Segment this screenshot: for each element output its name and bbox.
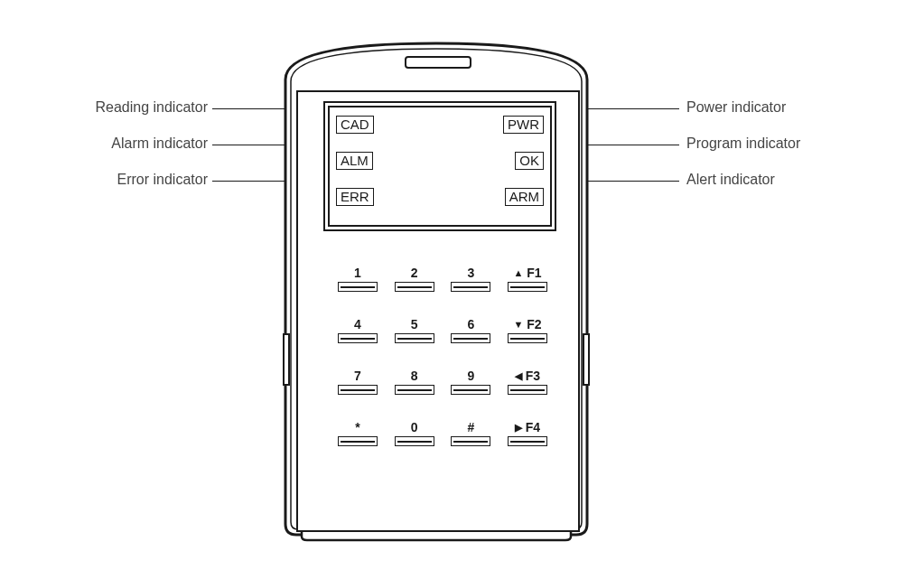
svg-rect-0 [284, 334, 289, 385]
key-button[interactable] [508, 333, 547, 343]
indicator-alm: ALM [336, 152, 373, 170]
key-label: ◀ F3 [515, 369, 540, 383]
key-f1[interactable]: ▲ F1 [508, 266, 547, 292]
key-label: * [355, 420, 359, 434]
screen: CAD ALM ERR PWR OK ARM [334, 112, 546, 220]
key-9[interactable]: 9 [451, 369, 490, 395]
key-button[interactable] [338, 333, 378, 343]
key-button[interactable] [395, 282, 434, 292]
key-8[interactable]: 8 [395, 369, 434, 395]
key-button[interactable] [451, 282, 490, 292]
keypad: 123▲ F1456▼ F2789◀ F3*0#▶ F4 [338, 266, 547, 472]
key-7[interactable]: 7 [338, 369, 378, 395]
callout-error-indicator: Error indicator [81, 172, 208, 188]
callout-reading-indicator: Reading indicator [81, 99, 208, 116]
key-button[interactable] [338, 385, 378, 395]
key-label: 1 [354, 266, 361, 280]
callout-program-indicator: Program indicator [686, 135, 800, 152]
key-button[interactable] [451, 385, 490, 395]
key-button[interactable] [508, 385, 547, 395]
key-*[interactable]: * [338, 420, 378, 446]
key-label: 8 [411, 369, 418, 383]
key-4[interactable]: 4 [338, 317, 378, 343]
key-label: 3 [467, 266, 474, 280]
key-button[interactable] [451, 436, 490, 446]
key-label: 2 [411, 266, 418, 280]
arrow-icon: ▲ [513, 266, 523, 280]
key-label: 0 [411, 420, 418, 434]
callout-power-indicator: Power indicator [686, 99, 786, 116]
key-6[interactable]: 6 [451, 317, 490, 343]
inner-panel: CAD ALM ERR PWR OK ARM 123▲ F1456▼ F2789… [296, 90, 580, 532]
key-label: ▶ F4 [515, 420, 540, 434]
callout-alarm-indicator: Alarm indicator [81, 135, 208, 152]
key-f4[interactable]: ▶ F4 [508, 420, 547, 446]
key-button[interactable] [508, 436, 547, 446]
arrow-icon: ◀ [515, 369, 522, 383]
key-5[interactable]: 5 [395, 317, 434, 343]
key-button[interactable] [395, 385, 434, 395]
key-2[interactable]: 2 [395, 266, 434, 292]
key-label: 5 [411, 317, 418, 332]
indicator-ok: OK [515, 152, 544, 170]
key-f2[interactable]: ▼ F2 [508, 317, 547, 343]
speaker-slot [405, 56, 471, 69]
key-button[interactable] [451, 333, 490, 343]
key-button[interactable] [395, 436, 434, 446]
key-button[interactable] [338, 436, 378, 446]
key-0[interactable]: 0 [395, 420, 434, 446]
key-1[interactable]: 1 [338, 266, 378, 292]
key-label: 9 [467, 369, 474, 383]
key-f3[interactable]: ◀ F3 [508, 369, 547, 395]
indicator-cad: CAD [336, 116, 374, 134]
screen-frame: CAD ALM ERR PWR OK ARM [323, 101, 556, 231]
keypad-row: 456▼ F2 [338, 317, 547, 343]
callout-alert-indicator: Alert indicator [686, 172, 775, 188]
device: CAD ALM ERR PWR OK ARM 123▲ F1456▼ F2789… [278, 36, 594, 542]
key-3[interactable]: 3 [451, 266, 490, 292]
key-button[interactable] [338, 282, 378, 292]
key-label: 6 [467, 317, 474, 332]
key-label: # [467, 420, 474, 434]
key-#[interactable]: # [451, 420, 490, 446]
keypad-row: 789◀ F3 [338, 369, 547, 395]
indicator-pwr: PWR [503, 116, 544, 134]
key-button[interactable] [395, 333, 434, 343]
keypad-row: 123▲ F1 [338, 266, 547, 292]
key-label: ▼ F2 [513, 317, 541, 332]
key-label: ▲ F1 [513, 266, 541, 280]
key-label: 4 [354, 317, 361, 332]
key-label: 7 [354, 369, 361, 383]
indicator-err: ERR [336, 188, 374, 206]
indicator-arm: ARM [505, 188, 544, 206]
arrow-icon: ▼ [513, 317, 523, 332]
svg-rect-1 [583, 334, 589, 385]
keypad-row: *0#▶ F4 [338, 420, 547, 446]
arrow-icon: ▶ [515, 420, 522, 434]
key-button[interactable] [508, 282, 547, 292]
